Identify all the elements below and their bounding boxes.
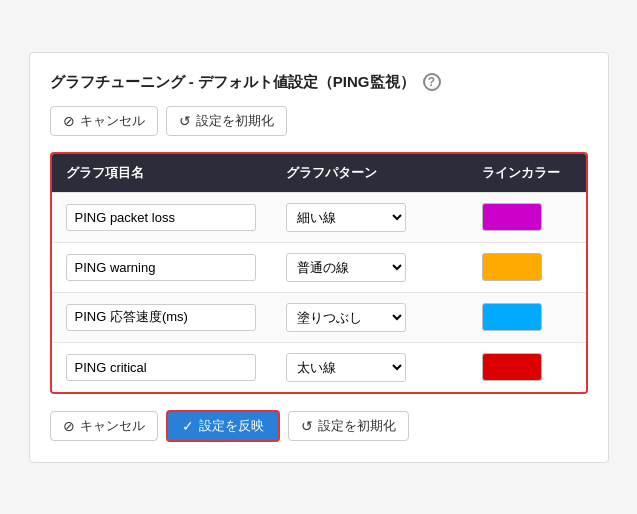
header-name: グラフ項目名	[66, 164, 286, 182]
row2-name-input[interactable]	[66, 254, 256, 281]
cancel-icon-bottom: ⊘	[63, 418, 75, 434]
bottom-buttons: ⊘ キャンセル ✓ 設定を反映 ↺ 設定を初期化	[50, 410, 588, 442]
top-cancel-label: キャンセル	[80, 112, 145, 130]
row4-pattern-cell: 細い線 普通の線 塗りつぶし 太い線	[286, 353, 482, 382]
row1-color-box[interactable]	[482, 203, 542, 231]
bottom-reset-button[interactable]: ↺ 設定を初期化	[288, 411, 409, 441]
page-title-text: グラフチューニング - デフォルト値設定（PING監視）	[50, 73, 415, 92]
table-row: 細い線 普通の線 塗りつぶし 太い線	[52, 342, 586, 392]
row2-pattern-select[interactable]: 細い線 普通の線 塗りつぶし 太い線	[286, 253, 406, 282]
bottom-reset-label: 設定を初期化	[318, 417, 396, 435]
row4-color-box[interactable]	[482, 353, 542, 381]
table-row: 細い線 普通の線 塗りつぶし 太い線	[52, 192, 586, 242]
check-icon: ✓	[182, 418, 194, 434]
row3-pattern-select[interactable]: 細い線 普通の線 塗りつぶし 太い線	[286, 303, 406, 332]
reset-icon: ↺	[179, 113, 191, 129]
row3-pattern-cell: 細い線 普通の線 塗りつぶし 太い線	[286, 303, 482, 332]
header-pattern: グラフパターン	[286, 164, 482, 182]
row2-color-box[interactable]	[482, 253, 542, 281]
page-title: グラフチューニング - デフォルト値設定（PING監視） ?	[50, 73, 588, 92]
graph-table: グラフ項目名 グラフパターン ラインカラー 細い線 普通の線 塗りつぶし 太い線	[50, 152, 588, 394]
row3-color-box[interactable]	[482, 303, 542, 331]
cancel-icon: ⊘	[63, 113, 75, 129]
top-buttons: ⊘ キャンセル ↺ 設定を初期化	[50, 106, 588, 136]
row1-pattern-select[interactable]: 細い線 普通の線 塗りつぶし 太い線	[286, 203, 406, 232]
row2-pattern-cell: 細い線 普通の線 塗りつぶし 太い線	[286, 253, 482, 282]
table-row: 細い線 普通の線 塗りつぶし 太い線	[52, 242, 586, 292]
row3-name-input[interactable]	[66, 304, 256, 331]
header-color: ラインカラー	[482, 164, 572, 182]
top-reset-label: 設定を初期化	[196, 112, 274, 130]
table-row: 細い線 普通の線 塗りつぶし 太い線	[52, 292, 586, 342]
apply-label: 設定を反映	[199, 417, 264, 435]
row1-name-input[interactable]	[66, 204, 256, 231]
help-icon[interactable]: ?	[423, 73, 441, 91]
row1-pattern-cell: 細い線 普通の線 塗りつぶし 太い線	[286, 203, 482, 232]
row4-pattern-select[interactable]: 細い線 普通の線 塗りつぶし 太い線	[286, 353, 406, 382]
reset-icon-bottom: ↺	[301, 418, 313, 434]
top-cancel-button[interactable]: ⊘ キャンセル	[50, 106, 158, 136]
bottom-cancel-button[interactable]: ⊘ キャンセル	[50, 411, 158, 441]
main-container: グラフチューニング - デフォルト値設定（PING監視） ? ⊘ キャンセル ↺…	[29, 52, 609, 463]
top-reset-button[interactable]: ↺ 設定を初期化	[166, 106, 287, 136]
apply-button[interactable]: ✓ 設定を反映	[166, 410, 280, 442]
row4-name-input[interactable]	[66, 354, 256, 381]
bottom-cancel-label: キャンセル	[80, 417, 145, 435]
table-header: グラフ項目名 グラフパターン ラインカラー	[52, 154, 586, 192]
